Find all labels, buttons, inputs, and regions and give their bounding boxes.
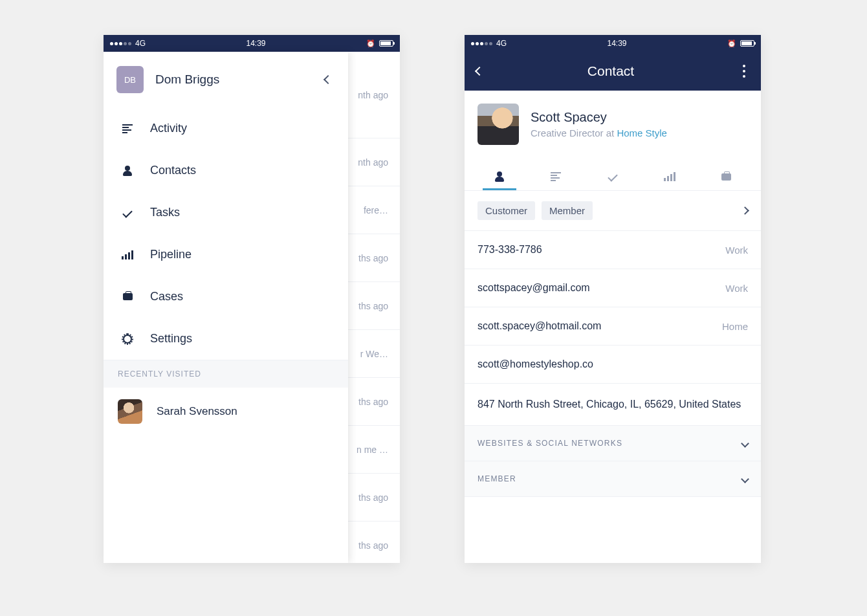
navigation-drawer: DB Dom Briggs Activity Contacts Tasks Pi… — [104, 52, 348, 563]
nav-tasks[interactable]: Tasks — [104, 192, 348, 234]
nav-label: Tasks — [150, 206, 180, 219]
tab-pipeline[interactable] — [641, 163, 698, 190]
detail-label: Work — [725, 245, 748, 256]
section-title: WEBSITES & SOCIAL NETWORKS — [477, 439, 622, 448]
nav-activity[interactable]: Activity — [104, 107, 348, 149]
phone-sidebar-screen: 4G 14:39 ⏰ nth ago nth ago fere… ths ago… — [104, 35, 400, 563]
detail-value: 847 North Rush Street, Chicago, IL, 6562… — [477, 397, 741, 412]
detail-email[interactable]: scottspacey@gmail.com Work — [465, 269, 761, 307]
battery-icon — [740, 40, 754, 47]
contact-name: Scott Spacey — [531, 110, 667, 125]
user-name: Dom Briggs — [155, 72, 313, 87]
detail-value: 773-338-7786 — [477, 244, 542, 256]
back-button[interactable] — [475, 67, 484, 76]
tab-tasks[interactable] — [584, 163, 641, 190]
clock-label: 14:39 — [246, 39, 265, 48]
navbar-title: Contact — [587, 63, 634, 79]
nav-label: Contacts — [150, 164, 196, 177]
recent-avatar — [118, 399, 142, 424]
tags-row[interactable]: Customer Member — [465, 190, 761, 231]
navbar: Contact — [465, 52, 761, 91]
nav-settings[interactable]: Settings — [104, 318, 348, 360]
phone-contact-screen: 4G 14:39 ⏰ Contact Scott Spacey Creative… — [465, 35, 761, 563]
network-label: 4G — [135, 39, 146, 48]
contact-header: Scott Spacey Creative Director at Home S… — [465, 91, 761, 158]
tag: Customer — [477, 201, 535, 220]
person-icon — [122, 166, 133, 175]
tag: Member — [542, 201, 593, 220]
nav-label: Cases — [150, 290, 183, 303]
tab-activity[interactable] — [528, 163, 585, 190]
chevron-down-icon — [741, 439, 749, 448]
bars-icon — [122, 250, 133, 259]
detail-value: scottspacey@gmail.com — [477, 282, 590, 294]
detail-email[interactable]: scott.spacey@hotmail.com Home — [465, 307, 761, 346]
drawer-header[interactable]: DB Dom Briggs — [104, 52, 348, 107]
nav-label: Pipeline — [150, 248, 192, 261]
role-prefix: Creative Director at — [531, 127, 617, 138]
alarm-icon: ⏰ — [727, 39, 736, 48]
contact-tabs — [465, 158, 761, 190]
status-bar: 4G 14:39 ⏰ — [465, 35, 761, 52]
status-bar: 4G 14:39 ⏰ — [104, 35, 400, 52]
detail-email[interactable]: scott@homestyleshop.co — [465, 346, 761, 384]
detail-phone[interactable]: 773-338-7786 Work — [465, 231, 761, 269]
nav-pipeline[interactable]: Pipeline — [104, 234, 348, 276]
company-link[interactable]: Home Style — [617, 127, 667, 138]
section-websites[interactable]: WEBSITES & SOCIAL NETWORKS — [465, 426, 761, 461]
clock-label: 14:39 — [607, 39, 626, 48]
chevron-right-icon — [741, 206, 749, 215]
detail-address[interactable]: 847 North Rush Street, Chicago, IL, 6562… — [465, 384, 761, 426]
recent-item[interactable]: Sarah Svensson — [104, 388, 348, 435]
nav-label: Activity — [150, 122, 187, 135]
section-title: MEMBER — [477, 474, 516, 483]
more-menu-button[interactable] — [739, 65, 749, 78]
detail-label: Work — [725, 283, 748, 294]
signal-dots-icon — [110, 42, 131, 45]
nav-label: Settings — [150, 332, 192, 346]
recent-name: Sarah Svensson — [157, 405, 237, 418]
recently-visited-header: RECENTLY VISITED — [104, 360, 348, 388]
check-icon — [122, 210, 133, 215]
detail-value: scott@homestyleshop.co — [477, 358, 593, 370]
section-member[interactable]: MEMBER — [465, 461, 761, 497]
contact-avatar — [477, 104, 519, 145]
signal-dots-icon — [471, 42, 492, 45]
tab-profile[interactable] — [471, 163, 528, 190]
nav-contacts[interactable]: Contacts — [104, 149, 348, 192]
user-avatar: DB — [116, 66, 144, 93]
briefcase-icon — [122, 293, 133, 300]
network-label: 4G — [496, 39, 507, 48]
tab-cases[interactable] — [697, 163, 754, 190]
alarm-icon: ⏰ — [366, 39, 375, 48]
gear-icon — [122, 335, 133, 344]
chevron-down-icon — [741, 475, 749, 483]
battery-icon — [379, 40, 393, 47]
detail-label: Home — [722, 321, 748, 332]
nav-cases[interactable]: Cases — [104, 276, 348, 318]
detail-value: scott.spacey@hotmail.com — [477, 320, 601, 332]
contact-role: Creative Director at Home Style — [531, 127, 667, 138]
activity-icon — [122, 124, 133, 133]
collapse-drawer-icon[interactable] — [324, 75, 333, 84]
